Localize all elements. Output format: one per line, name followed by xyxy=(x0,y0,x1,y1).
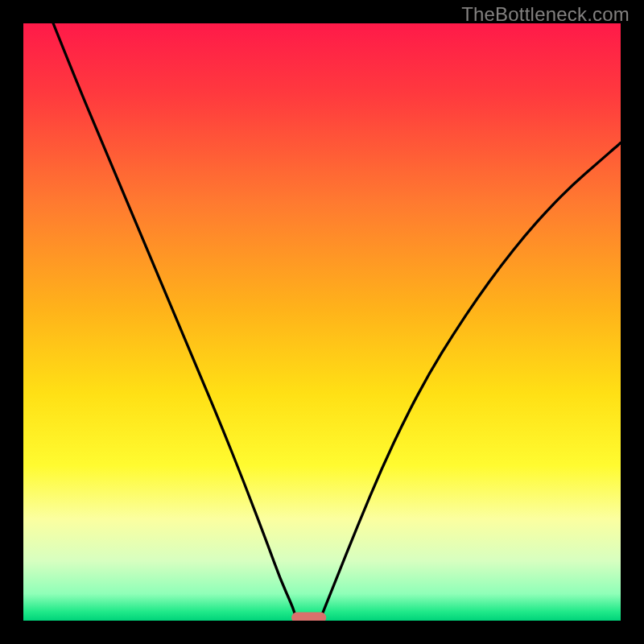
chart-background xyxy=(23,23,621,621)
chart-container: TheBottleneck.com xyxy=(0,0,644,644)
chart-marker xyxy=(291,613,326,621)
chart-svg xyxy=(23,23,621,621)
watermark-text: TheBottleneck.com xyxy=(461,3,630,26)
optimum-marker xyxy=(291,613,326,621)
